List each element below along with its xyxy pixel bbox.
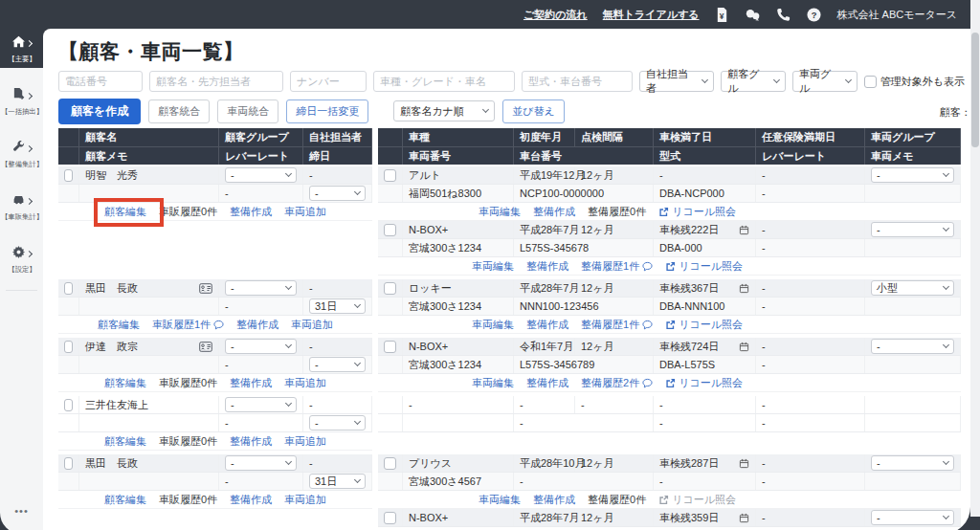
sales-history-link[interactable]: 車販履歴1件 [152,318,224,332]
customer-group-select[interactable]: - [225,339,297,354]
add-vehicle-link[interactable]: 車両追加 [284,434,326,449]
contract-flow-link[interactable]: ご契約の流れ [523,8,588,22]
customer-checkbox[interactable] [64,341,73,353]
maintenance-create-link[interactable]: 整備作成 [526,376,568,390]
vehicle-group-select[interactable]: 小型 [871,280,954,296]
vehicle-checkbox[interactable] [384,341,396,353]
maintenance-history-link[interactable]: 整備履歴1件 [581,318,653,332]
maintenance-create-link[interactable]: 整備作成 [230,205,272,219]
maintenance-create-link[interactable]: 整備作成 [533,493,575,507]
calendar-icon[interactable] [739,283,749,294]
checkbox-icon[interactable] [864,76,877,88]
help-icon[interactable]: ? [807,7,822,22]
sidebar-item-main[interactable]: 【主要】 [0,29,43,68]
vehicle-group-select[interactable]: - [871,167,954,183]
recall-inquiry-link[interactable]: リコール照会 [665,318,743,332]
chevron-down-icon [702,77,708,83]
invoice-icon[interactable]: ¥ [715,7,730,22]
customer-edit-link[interactable]: 顧客編集 [104,434,146,449]
closing-day-select[interactable]: 31日 [309,474,366,489]
maintenance-history-link[interactable]: 整備履歴2件 [581,376,653,390]
customer-edit-link[interactable]: 顧客編集 [104,376,146,390]
sidebar-item-maintenance-summary[interactable]: 【整備集計】 [0,134,43,173]
recall-inquiry-link[interactable]: リコール照会 [658,205,736,219]
closing-day-select[interactable]: - [309,415,366,431]
chevron-down-icon [943,170,949,177]
chat-icon[interactable] [746,7,761,22]
maintenance-create-link[interactable]: 整備作成 [230,434,272,449]
calendar-icon[interactable] [739,225,749,235]
vehicle-checkbox[interactable] [384,512,396,524]
closing-day-select[interactable]: 31日 [309,298,366,314]
recall-inquiry-link[interactable]: リコール照会 [665,376,743,390]
vehicle-group-filter-select[interactable]: 車両グル [792,71,858,92]
plate-number-search-input[interactable] [290,71,367,92]
add-vehicle-link[interactable]: 車両追加 [284,376,326,390]
customer-search-input[interactable] [149,71,283,92]
bulk-closing-date-button[interactable]: 締日一括変更 [286,99,368,123]
merge-customers-button[interactable]: 顧客統合 [148,99,210,123]
vehicle-checkbox[interactable] [384,169,396,182]
recall-inquiry-link[interactable]: リコール照会 [665,259,743,274]
sidebar-item-sales-summary[interactable]: 【車販集計】 [0,187,43,226]
customer-group-select[interactable]: - [225,397,297,412]
vehicle-edit-link[interactable]: 車両編集 [472,259,514,274]
free-trial-link[interactable]: 無料トライアルする [603,8,700,22]
phone-search-input[interactable] [58,71,143,92]
maintenance-create-link[interactable]: 整備作成 [526,259,568,274]
sort-button[interactable]: 並び替え [502,99,565,123]
customer-edit-link[interactable]: 顧客編集 [104,493,146,507]
vehicle-checkbox[interactable] [384,282,396,295]
vehicle-edit-link[interactable]: 車両編集 [479,205,521,219]
show-unmanaged-checkbox[interactable]: 管理対象外も表示 [864,75,965,89]
closing-day-select[interactable]: - [309,357,366,372]
contact-card-icon[interactable] [199,342,212,352]
vehicle-edit-link[interactable]: 車両編集 [472,376,514,390]
customer-edit-link[interactable]: 顧客編集 [98,318,140,332]
contact-card-icon[interactable] [199,283,212,294]
customer-group-filter-select[interactable]: 顧客グル [721,71,786,92]
model-search-input[interactable] [373,71,515,92]
vehicle-edit-link[interactable]: 車両編集 [472,318,514,332]
calendar-icon[interactable] [739,458,749,469]
customer-group-select[interactable]: - [225,280,297,296]
customer-group-select[interactable]: - [225,167,297,183]
recall-inquiry-link[interactable]: リコール照会 [658,493,736,507]
add-vehicle-link[interactable]: 車両追加 [291,318,333,332]
maintenance-create-link[interactable]: 整備作成 [526,318,568,332]
calendar-icon[interactable] [739,342,749,352]
customer-edit-link[interactable]: 顧客編集 [104,205,146,219]
scrollbar-thumb[interactable] [971,33,979,147]
vehicle-edit-link[interactable]: 車両編集 [479,493,521,507]
type-code-search-input[interactable] [522,71,633,92]
sidebar-item-batch-extract[interactable]: 【一括抽出】 [0,81,43,121]
merge-vehicles-button[interactable]: 車両統合 [217,99,278,123]
vehicle-checkbox[interactable] [384,457,396,470]
maintenance-create-link[interactable]: 整備作成 [533,205,575,219]
customer-group-select[interactable]: - [225,455,297,471]
sidebar-more-button[interactable]: ••• [0,505,43,517]
staff-select[interactable]: 自社担当者 [639,71,714,92]
maintenance-history-link[interactable]: 整備履歴1件 [581,259,653,274]
customer-checkbox[interactable] [64,169,73,182]
sidebar-item-settings[interactable]: 【設定】 [0,239,43,278]
vehicle-group-select[interactable]: - [871,339,954,354]
scrollbar-track[interactable] [970,0,980,517]
vehicle-group-select[interactable]: - [871,510,954,525]
customer-checkbox[interactable] [64,399,73,411]
customer-checkbox[interactable] [64,282,73,295]
create-customer-button[interactable]: 顧客を作成 [58,99,141,124]
sort-order-select[interactable]: 顧客名カナ順 [393,100,495,121]
add-vehicle-link[interactable]: 車両追加 [284,205,326,219]
maintenance-create-link[interactable]: 整備作成 [230,376,272,390]
vehicle-group-select[interactable]: - [871,455,954,471]
phone-icon[interactable] [776,7,791,22]
add-vehicle-link[interactable]: 車両追加 [284,493,326,507]
closing-day-select[interactable]: - [309,186,366,201]
maintenance-create-link[interactable]: 整備作成 [236,318,278,332]
vehicle-checkbox[interactable] [384,224,396,236]
customer-checkbox[interactable] [64,457,73,470]
vehicle-group-select[interactable]: - [871,222,954,237]
maintenance-create-link[interactable]: 整備作成 [230,493,272,507]
calendar-icon[interactable] [739,513,749,523]
